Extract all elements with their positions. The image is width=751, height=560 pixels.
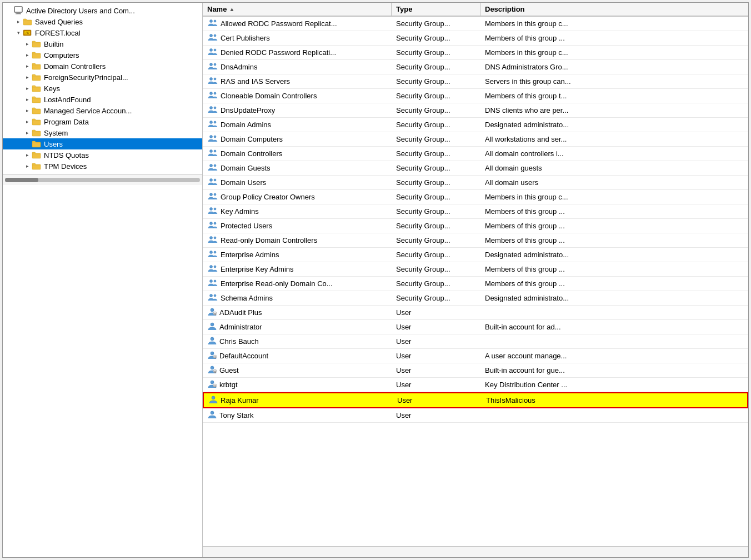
sidebar-item-root[interactable]: Active Directory Users and Com... bbox=[3, 5, 202, 16]
table-row[interactable]: AdministratorUserBuilt-in account for ad… bbox=[203, 320, 748, 334]
sidebar-item-tpm-devices[interactable]: ▸ TPM Devices bbox=[3, 161, 202, 172]
name-text: Denied RODC Password Replicati... bbox=[221, 48, 336, 57]
table-row[interactable]: Domain ControllersSecurity Group...All d… bbox=[203, 147, 748, 161]
name-text: ADAudit Plus bbox=[219, 308, 262, 317]
sidebar-item-managed-service[interactable]: ▸ Managed Service Accoun... bbox=[3, 105, 202, 116]
svg-point-33 bbox=[214, 208, 216, 210]
table-row[interactable]: Domain GuestsSecurity Group...All domain… bbox=[203, 161, 748, 176]
expand-icon[interactable]: ▸ bbox=[23, 74, 32, 80]
table-row[interactable]: Allowed RODC Password Replicat...Securit… bbox=[203, 17, 748, 31]
sidebar-item-forest-local[interactable]: ▾ AD FOREST.local bbox=[3, 27, 202, 38]
svg-point-17 bbox=[214, 92, 216, 94]
expand-icon[interactable]: ▸ bbox=[23, 63, 32, 69]
sidebar-item-program-data[interactable]: ▸ Program Data bbox=[3, 116, 202, 127]
table-row[interactable]: Domain AdminsSecurity Group...Designated… bbox=[203, 118, 748, 132]
sidebar-item-users[interactable]: Users bbox=[3, 138, 202, 149]
table-row[interactable]: Group Policy Creator OwnersSecurity Grou… bbox=[203, 190, 748, 204]
expand-icon[interactable]: ▾ bbox=[14, 30, 23, 36]
header-name[interactable]: Name▲ bbox=[203, 3, 392, 16]
table-row[interactable]: RAS and IAS ServersSecurity Group...Serv… bbox=[203, 74, 748, 89]
root-icon bbox=[14, 6, 24, 15]
cell-type: User bbox=[392, 334, 480, 348]
expand-icon[interactable]: ▸ bbox=[23, 52, 32, 58]
table-row[interactable]: Protected UsersSecurity Group...Members … bbox=[203, 219, 748, 233]
svg-point-36 bbox=[210, 237, 213, 239]
sidebar-scrollbar[interactable] bbox=[5, 178, 200, 182]
svg-point-19 bbox=[214, 107, 216, 109]
expand-icon[interactable]: ▸ bbox=[23, 130, 32, 136]
table-row[interactable]: Tony StarkUser bbox=[203, 408, 748, 423]
cell-type: Security Group... bbox=[392, 262, 480, 276]
name-text: Domain Guests bbox=[221, 164, 271, 172]
sidebar-item-system[interactable]: ▸ System bbox=[3, 127, 202, 138]
table-row[interactable]: Enterprise AdminsSecurity Group...Design… bbox=[203, 248, 748, 262]
cell-name: Denied RODC Password Replicati... bbox=[203, 46, 392, 59]
name-text: Domain Controllers bbox=[221, 149, 282, 158]
list-rows: Allowed RODC Password Replicat...Securit… bbox=[203, 17, 748, 423]
bottom-bar bbox=[203, 546, 748, 557]
sidebar-item-computers[interactable]: ▸ Computers bbox=[3, 49, 202, 61]
table-row[interactable]: ⚙ DefaultAccountUserA user account manag… bbox=[203, 349, 748, 363]
expand-icon[interactable]: ▸ bbox=[23, 163, 32, 169]
sidebar-item-lost-found[interactable]: ▸ LostAndFound bbox=[3, 94, 202, 105]
expand-icon[interactable]: ▸ bbox=[23, 97, 32, 102]
sidebar-item-domain-controllers[interactable]: ▸ Domain Controllers bbox=[3, 61, 202, 72]
header-type[interactable]: Type bbox=[392, 3, 480, 16]
table-row[interactable]: Schema AdminsSecurity Group...Designated… bbox=[203, 291, 748, 306]
table-row[interactable]: Enterprise Key AdminsSecurity Group...Me… bbox=[203, 262, 748, 277]
expand-icon[interactable]: ▸ bbox=[23, 108, 32, 113]
svg-point-42 bbox=[210, 280, 213, 283]
cell-description: Members of this group ... bbox=[480, 219, 748, 233]
table-row[interactable]: Read-only Domain ControllersSecurity Gro… bbox=[203, 233, 748, 248]
table-row[interactable]: DnsUpdateProxySecurity Group...DNS clien… bbox=[203, 103, 748, 118]
table-row[interactable]: Cloneable Domain ControllersSecurity Gro… bbox=[203, 89, 748, 103]
svg-point-61 bbox=[211, 411, 214, 414]
sidebar-item-label: Keys bbox=[44, 84, 60, 93]
table-row[interactable]: ⚙ krbtgtUserKey Distribution Center ... bbox=[203, 378, 748, 392]
header-description[interactable]: Description bbox=[480, 3, 748, 16]
sidebar-item-ntds-quotas[interactable]: ▸ NTDS Quotas bbox=[3, 149, 202, 161]
name-text: Key Admins bbox=[221, 207, 259, 216]
table-row[interactable]: Domain ComputersSecurity Group...All wor… bbox=[203, 132, 748, 147]
folder-icon bbox=[32, 95, 42, 104]
table-row[interactable]: Key AdminsSecurity Group...Members of th… bbox=[203, 204, 748, 219]
sidebar-item-label: ForeignSecurityPrincipal... bbox=[44, 73, 128, 82]
expand-icon[interactable]: ▸ bbox=[23, 119, 32, 124]
svg-point-41 bbox=[214, 266, 216, 268]
folder-icon bbox=[32, 139, 42, 148]
table-row[interactable]: Domain UsersSecurity Group...All domain … bbox=[203, 176, 748, 190]
sidebar-item-builtin[interactable]: ▸ Builtin bbox=[3, 38, 202, 49]
sidebar-scrollbar-area[interactable] bbox=[3, 174, 202, 185]
sidebar-item-saved-queries[interactable]: ▸ Saved Queries bbox=[3, 16, 202, 27]
folder-icon bbox=[32, 51, 42, 59]
expand-icon[interactable]: ▸ bbox=[23, 86, 32, 91]
name-text: Enterprise Read-only Domain Co... bbox=[221, 279, 333, 288]
name-text: Administrator bbox=[219, 323, 262, 331]
table-row[interactable]: Cert PublishersSecurity Group...Members … bbox=[203, 31, 748, 46]
name-text: Read-only Domain Controllers bbox=[221, 236, 317, 244]
cell-name: Administrator bbox=[203, 320, 392, 334]
name-text: Domain Users bbox=[221, 178, 266, 187]
table-row[interactable]: ⚙ GuestUserBuilt-in account for gue... bbox=[203, 363, 748, 378]
expand-icon[interactable]: ▸ bbox=[23, 152, 32, 158]
name-text: krbtgt bbox=[219, 381, 238, 389]
table-row[interactable]: ⚙ ADAudit PlusUser bbox=[203, 306, 748, 320]
table-row[interactable]: Chris BauchUser bbox=[203, 334, 748, 349]
user-icon bbox=[207, 410, 217, 421]
table-row[interactable]: Enterprise Read-only Domain Co...Securit… bbox=[203, 277, 748, 291]
name-text: DnsAdmins bbox=[221, 63, 257, 71]
cell-description: Built-in account for ad... bbox=[480, 320, 748, 334]
cell-type: User bbox=[392, 408, 480, 422]
expand-icon[interactable]: ▸ bbox=[23, 41, 32, 47]
table-row[interactable]: Denied RODC Password Replicati...Securit… bbox=[203, 46, 748, 60]
name-text: Enterprise Key Admins bbox=[221, 265, 294, 273]
expand-icon[interactable]: ▸ bbox=[14, 19, 23, 24]
table-row[interactable]: DnsAdminsSecurity Group...DNS Administra… bbox=[203, 60, 748, 74]
cell-name: Domain Computers bbox=[203, 132, 392, 146]
sidebar-item-foreign-security[interactable]: ▸ ForeignSecurityPrincipal... bbox=[3, 72, 202, 83]
cell-name: Cloneable Domain Controllers bbox=[203, 89, 392, 103]
sidebar-item-keys[interactable]: ▸ Keys bbox=[3, 83, 202, 94]
svg-point-14 bbox=[210, 78, 213, 81]
svg-point-22 bbox=[210, 136, 213, 138]
table-row[interactable]: Raja KumarUserThisIsMalicious bbox=[203, 392, 748, 408]
